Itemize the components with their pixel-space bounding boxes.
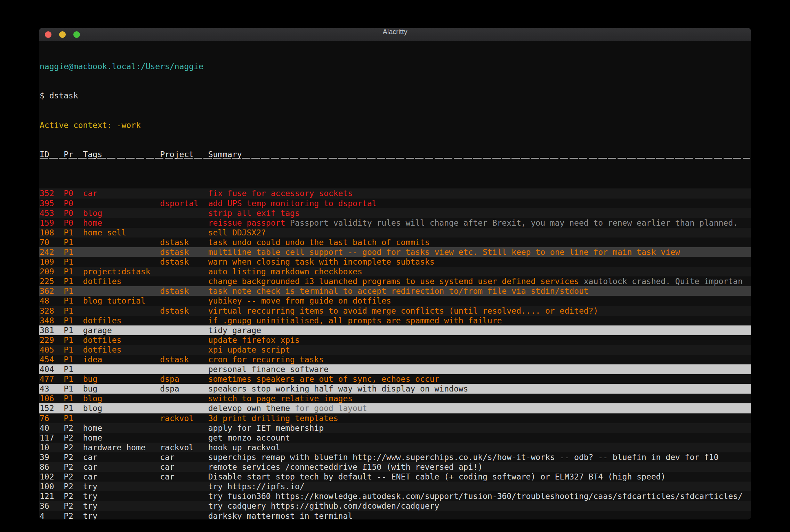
task-priority: P2 <box>64 472 83 481</box>
task-id: 117 <box>40 433 64 442</box>
task-summary: fix fuse for accessory sockets <box>208 189 353 198</box>
task-row: 48 P1 blog tutorial yubikey -- move from… <box>39 296 751 306</box>
table-header: ID Pr Tags Project Summary <box>39 150 751 159</box>
task-row: 76 P1 rackvol 3d print drilling template… <box>39 413 751 423</box>
task-row: 102 P2 car car Disable start stop tech b… <box>39 472 751 482</box>
task-id: 242 <box>40 248 64 257</box>
task-summary: remote services /connecteddrive £150 (wi… <box>208 462 483 471</box>
task-project: rackvol <box>160 414 208 423</box>
task-row: 152 P1 blog delevop own theme for good l… <box>39 403 751 413</box>
task-id: 152 <box>40 404 64 413</box>
task-project: dspa <box>160 384 208 393</box>
task-row: 10 P2 hardware home rackvol hook up rack… <box>39 443 751 452</box>
task-row: 242 P1 dstask multiline table cell suppo… <box>39 247 751 257</box>
task-tags: garage <box>83 326 160 335</box>
task-table: 352 P0 car fix fuse for accessory socket… <box>39 188 751 519</box>
task-project <box>160 424 208 433</box>
task-priority: P2 <box>64 501 83 510</box>
task-summary: try https://ipfs.io/ <box>208 482 305 491</box>
task-priority: P1 <box>64 374 83 384</box>
task-tags: try <box>83 482 160 491</box>
task-project: dstask <box>160 238 208 247</box>
task-priority: P1 <box>64 277 83 286</box>
task-summary: virtual reccurring items to avoid merge … <box>208 306 598 315</box>
task-project <box>160 228 208 237</box>
task-row: 381 P1 garage tidy garage <box>39 325 751 335</box>
task-project <box>160 365 208 374</box>
task-summary: sometimes speakers are out of sync, echo… <box>208 374 440 384</box>
task-project <box>160 492 208 501</box>
task-project <box>160 511 208 520</box>
task-id: 225 <box>40 277 64 286</box>
task-priority: P1 <box>64 384 83 393</box>
task-project <box>160 404 208 413</box>
task-priority: P1 <box>64 336 83 345</box>
task-id: 453 <box>40 209 64 218</box>
task-summary: try cadquery https://github.com/dcowden/… <box>208 501 440 510</box>
task-summary: reissue passport <box>208 218 285 227</box>
task-summary: update firefox xpis <box>208 336 300 345</box>
task-id: 40 <box>40 424 64 433</box>
task-row: 39 P2 car car superchips remap with blue… <box>39 452 751 462</box>
task-row: 209 P1 project:dstask auto listing markd… <box>39 267 751 276</box>
task-row: 109 P1 dstask warn when closing task wit… <box>39 257 751 267</box>
task-row: 328 P1 dstask virtual reccurring items t… <box>39 306 751 316</box>
task-tags: bug <box>83 374 160 384</box>
task-row: 36 P2 try try cadquery https://github.co… <box>39 501 751 511</box>
task-tags: car <box>83 453 160 462</box>
task-summary: change backgrounded i3 luanched programs… <box>208 277 579 286</box>
task-project <box>160 218 208 227</box>
task-row: 477 P1 bug dspa sometimes speakers are o… <box>39 374 751 384</box>
task-summary: cron for recurring tasks <box>208 355 324 364</box>
task-summary: task note check is terminal to accept re… <box>208 287 589 296</box>
task-row: 405 P1 dotfiles xpi update script <box>39 345 751 355</box>
title-bar[interactable]: Alacritty <box>39 28 751 42</box>
task-project: dstask <box>160 306 208 315</box>
task-note: Passport validity rules will change afte… <box>285 218 738 227</box>
task-id: 100 <box>40 482 64 491</box>
task-tags: home <box>83 424 160 433</box>
task-summary: auto listing markdown checkboxes <box>208 267 362 276</box>
command-line: $ dstask <box>39 91 751 100</box>
task-project <box>160 336 208 345</box>
task-priority: P2 <box>64 462 83 471</box>
task-priority: P1 <box>64 345 83 354</box>
task-project: dsportal <box>160 199 208 208</box>
task-project: dstask <box>160 257 208 266</box>
task-summary: apply for IET membership <box>208 424 324 433</box>
task-tags: try <box>83 511 160 520</box>
task-id: 108 <box>40 228 64 237</box>
task-id: 454 <box>40 355 64 364</box>
terminal-content[interactable]: naggie@macbook.local:/Users/naggie $ dst… <box>39 42 751 519</box>
task-project: dspa <box>160 374 208 384</box>
task-tags: try <box>83 492 160 501</box>
task-tags <box>83 414 160 423</box>
task-note: for good layout <box>290 404 367 413</box>
task-priority: P1 <box>64 355 83 364</box>
task-tags: bug <box>83 384 160 393</box>
task-priority: P1 <box>64 248 83 257</box>
task-row: 453 P0 blog strip all exif tags <box>39 208 751 218</box>
task-priority: P2 <box>64 424 83 433</box>
task-project <box>160 394 208 403</box>
task-priority: P2 <box>64 492 83 501</box>
task-id: 106 <box>40 394 64 403</box>
task-id: 328 <box>40 306 64 315</box>
task-tags: dotfiles <box>83 277 160 286</box>
task-project: car <box>160 453 208 462</box>
task-row: 454 P1 idea dstask cron for recurring ta… <box>39 355 751 364</box>
task-project <box>160 482 208 491</box>
task-row: 404 P1 personal finance software <box>39 364 751 374</box>
task-tags: car <box>83 189 160 198</box>
task-tags: idea <box>83 355 160 364</box>
task-row: 86 P2 car car remote services /connected… <box>39 462 751 472</box>
task-priority: P1 <box>64 414 83 423</box>
task-summary: add UPS temp monitoring to dsportal <box>208 199 377 208</box>
task-tags: dotfiles <box>83 316 160 325</box>
task-priority: P2 <box>64 511 83 520</box>
task-priority: P1 <box>64 238 83 247</box>
task-project: rackvol <box>160 443 208 452</box>
task-row: 159 P0 home reissue passport Passport va… <box>39 218 751 228</box>
task-id: 362 <box>40 287 64 296</box>
task-priority: P2 <box>64 453 83 462</box>
